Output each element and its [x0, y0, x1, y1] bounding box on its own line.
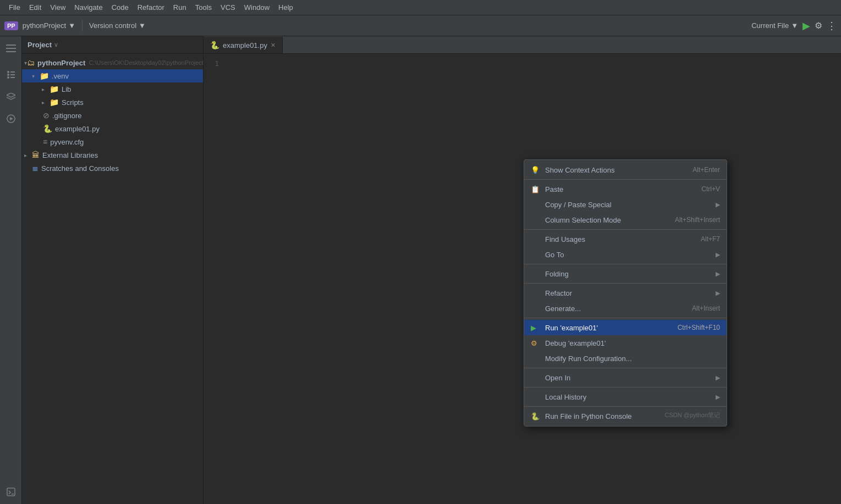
menu-help[interactable]: Help [274, 2, 298, 13]
project-panel-arrow: ∨ [54, 41, 58, 48]
ctx-label-paste: Paste [545, 185, 563, 193]
project-header: Project ∨ [22, 36, 203, 54]
tree-item-external-libraries[interactable]: ▸ 🏛 External Libraries [22, 148, 203, 162]
sidebar-toggle-icon[interactable] [3, 41, 19, 56]
ctx-label-go-to: Go To [545, 251, 564, 259]
editor-area: 🐍 example01.py ✕ 1 [204, 36, 841, 504]
ctx-paste[interactable]: 📋 Paste Ctrl+V [524, 181, 727, 197]
run-button[interactable]: ▶ [802, 20, 810, 32]
menu-tools[interactable]: Tools [191, 2, 216, 13]
ctx-label-open-in: Open In [545, 374, 570, 382]
tree-label-scripts: Scripts [62, 98, 84, 107]
tab-bar: 🐍 example01.py ✕ [204, 36, 841, 54]
python-file-icon: 🐍 [43, 124, 52, 133]
context-menu: 💡 Show Context Actions Alt+Enter 📋 Paste… [524, 159, 727, 427]
svg-rect-8 [10, 77, 15, 78]
tree-item-gitignore[interactable]: ⊘ .gitignore [22, 109, 203, 122]
ctx-open-in[interactable]: Open In ▶ [524, 370, 727, 385]
menu-window[interactable]: Window [240, 2, 274, 13]
tree-item-example01[interactable]: 🐍 example01.py [22, 122, 203, 135]
git-icon: ⊘ [43, 111, 50, 120]
tree-item-venv[interactable]: ▾ 📁 .venv [22, 69, 203, 82]
ctx-label-refactor: Refactor [545, 289, 572, 297]
menu-vcs[interactable]: VCS [216, 2, 240, 13]
ctx-generate[interactable]: Generate... Alt+Insert [524, 301, 727, 316]
watermark-text: CSDN @python笔记 [665, 411, 720, 419]
svg-rect-1 [6, 48, 16, 49]
project-arrow-icon: ▼ [68, 21, 75, 30]
arrow-icon: ▸ [42, 86, 50, 92]
project-name: pythonProject [23, 21, 67, 30]
menu-view[interactable]: View [46, 2, 70, 13]
current-file-label: Current File [751, 21, 789, 30]
tree-label-venv: .venv [52, 72, 69, 80]
svg-rect-0 [6, 45, 16, 46]
tree-item-scratches[interactable]: ≣ Scratches and Consoles [22, 162, 203, 175]
ctx-copy-paste-special[interactable]: Copy / Paste Special ▶ [524, 197, 727, 212]
svg-point-3 [7, 71, 9, 73]
tab-filename: example01.py [223, 41, 267, 49]
ctx-go-to[interactable]: Go To ▶ [524, 247, 727, 262]
play-circle-icon[interactable] [3, 111, 19, 126]
svg-point-5 [7, 76, 9, 79]
tree-item-pyvenv[interactable]: ≡ pyvenv.cfg [22, 135, 203, 148]
cfg-icon: ≡ [43, 137, 47, 146]
tree-item-scripts[interactable]: ▸ 📁 Scripts [22, 96, 203, 109]
svg-marker-9 [7, 93, 15, 97]
ctx-run-python-console[interactable]: 🐍 Run File in Python Console CSDN @pytho… [524, 408, 727, 424]
structure-icon[interactable] [3, 67, 19, 82]
ctx-label-copy-paste-special: Copy / Paste Special [545, 201, 612, 209]
paste-icon: 📋 [531, 185, 542, 193]
tree-item-lib[interactable]: ▸ 📁 Lib [22, 82, 203, 96]
folder-icon: 📁 [50, 98, 59, 107]
ctx-refactor[interactable]: Refactor ▶ [524, 285, 727, 301]
ctx-label-run-example01: Run 'example01' [545, 324, 598, 332]
menu-refactor[interactable]: Refactor [133, 2, 169, 13]
menu-file[interactable]: File [4, 2, 25, 13]
current-file-arrow-icon: ▼ [791, 21, 798, 30]
ctx-label-find-usages: Find Usages [545, 235, 585, 243]
ctx-local-history[interactable]: Local History ▶ [524, 389, 727, 405]
tree-label-example01: example01.py [55, 125, 100, 133]
ctx-label-modify-run-config: Modify Run Configuration... [545, 355, 632, 363]
menu-code[interactable]: Code [107, 2, 133, 13]
layers-icon[interactable] [3, 89, 19, 104]
tree-item-pythonproject[interactable]: ▾ 🗂 pythonProject C:\Users\OK\Desktop\da… [22, 56, 203, 69]
ctx-show-context-actions[interactable]: 💡 Show Context Actions Alt+Enter [524, 162, 727, 178]
folder-icon: 📁 [40, 71, 49, 80]
ctx-find-usages[interactable]: Find Usages Alt+F7 [524, 231, 727, 247]
menu-edit[interactable]: Edit [25, 2, 46, 13]
svg-marker-11 [10, 117, 13, 120]
separator-8 [524, 406, 727, 407]
toolbar: PP pythonProject ▼ Version control ▼ Cur… [0, 15, 841, 36]
tab-example01[interactable]: 🐍 example01.py ✕ [204, 37, 283, 53]
current-file-selector[interactable]: Current File ▼ [751, 21, 798, 30]
terminal-icon[interactable] [3, 484, 19, 500]
tree-label-pythonproject: pythonProject [37, 59, 85, 67]
ctx-label-folding: Folding [545, 270, 569, 278]
ctx-shortcut-generate: Alt+Insert [692, 304, 720, 312]
ctx-label-show-context-actions: Show Context Actions [545, 166, 614, 174]
gear-icon[interactable]: ⚙ [815, 20, 822, 31]
project-panel: Project ∨ ▾ 🗂 pythonProject C:\Users\OK\… [22, 36, 204, 504]
tree-label-external-libraries: External Libraries [42, 151, 98, 159]
ctx-modify-run-config[interactable]: Modify Run Configuration... [524, 351, 727, 366]
debug-icon: ⚙ [531, 339, 542, 347]
project-selector[interactable]: pythonProject ▼ [23, 21, 75, 30]
project-tree: ▾ 🗂 pythonProject C:\Users\OK\Desktop\da… [22, 54, 203, 504]
ctx-column-selection-mode[interactable]: Column Selection Mode Alt+Shift+Insert [524, 212, 727, 228]
more-options-icon[interactable]: ⋮ [827, 20, 837, 32]
ctx-run-example01[interactable]: ▶ Run 'example01' Ctrl+Shift+F10 [524, 320, 727, 335]
separator-4 [524, 283, 727, 284]
menu-navigate[interactable]: Navigate [70, 2, 107, 13]
line-number-1: 1 [204, 59, 219, 68]
ctx-folding[interactable]: Folding ▶ [524, 266, 727, 281]
version-control-selector[interactable]: Version control ▼ [89, 21, 146, 30]
menu-run[interactable]: Run [169, 2, 191, 13]
submenu-arrow-icon: ▶ [716, 374, 720, 381]
tab-close-icon[interactable]: ✕ [271, 42, 276, 49]
folder-icon: 📁 [50, 85, 59, 93]
submenu-arrow-icon: ▶ [716, 201, 720, 208]
editor-content[interactable]: 1 [204, 54, 841, 504]
ctx-debug-example01[interactable]: ⚙ Debug 'example01' [524, 335, 727, 351]
